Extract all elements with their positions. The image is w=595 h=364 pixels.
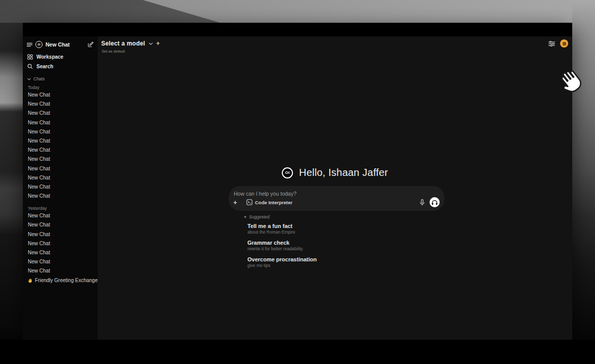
voice-call-button[interactable] xyxy=(430,197,440,207)
search-icon xyxy=(27,64,33,69)
chat-item[interactable]: New Chat xyxy=(23,211,98,220)
sidebar-title: New Chat xyxy=(46,41,84,48)
set-as-default-link[interactable]: Set as default xyxy=(102,49,125,54)
suggestion-subtitle: rewrite it for better readability xyxy=(247,246,379,252)
chat-item[interactable]: New Chat xyxy=(23,100,98,109)
chat-item[interactable]: New Chat xyxy=(23,192,98,201)
chat-item[interactable]: New Chat xyxy=(23,109,98,118)
chat-list: TodayNew ChatNew ChatNew ChatNew ChatNew… xyxy=(23,84,98,285)
app-window: OI New Chat Workspace Search xyxy=(23,23,572,340)
chat-item[interactable]: New Chat xyxy=(23,257,98,266)
model-selector-label: Select a model xyxy=(101,40,145,47)
app-logo: OI xyxy=(35,41,42,48)
suggested-header: ✦ Suggested xyxy=(243,214,270,219)
chat-item[interactable]: New Chat xyxy=(23,239,98,248)
sidebar-item-workspace[interactable]: Workspace xyxy=(23,53,98,61)
chats-section-toggle[interactable]: Chats xyxy=(23,76,98,82)
wallpaper-shape xyxy=(0,340,595,364)
suggestion-item[interactable]: Tell me a fun factabout the Roman Empire xyxy=(247,222,379,235)
suggestion-list: Tell me a fun factabout the Roman Empire… xyxy=(247,222,379,272)
greeting-text: Hello, Ishaan Jaffer xyxy=(299,167,388,178)
code-interpreter-icon xyxy=(246,199,252,205)
chevron-down-icon xyxy=(149,42,153,45)
chat-item[interactable]: New Chat xyxy=(23,155,98,164)
chat-item[interactable]: New Chat xyxy=(23,220,98,230)
suggestion-title: Grammar check xyxy=(247,239,379,246)
headphones-icon xyxy=(432,200,438,205)
chat-item[interactable]: New Chat xyxy=(23,136,98,146)
chats-header-label: Chats xyxy=(33,76,45,81)
attach-plus-button[interactable]: + xyxy=(233,199,242,206)
chevron-down-icon xyxy=(27,78,31,80)
wallpaper-shape xyxy=(572,0,595,364)
main-panel: Select a model + Set as default OI Hello… xyxy=(98,36,572,340)
window-top-bar xyxy=(23,23,572,36)
grid-icon xyxy=(27,54,33,60)
chat-section-label: Yesterday xyxy=(23,205,98,211)
suggestion-item[interactable]: Grammar checkrewrite it for better reada… xyxy=(247,239,379,252)
chat-item[interactable]: New Chat xyxy=(23,118,98,127)
user-avatar[interactable] xyxy=(560,39,568,48)
sparkle-icon: ✦ xyxy=(243,214,247,219)
chat-item-label: Friendly Greeting Exchange xyxy=(35,278,98,283)
sidebar-item-label: Search xyxy=(36,64,53,69)
controls-sliders-button[interactable] xyxy=(548,41,555,47)
sidebar-item-search[interactable]: Search xyxy=(23,62,98,70)
chat-item[interactable]: New Chat xyxy=(23,146,98,155)
microphone-icon[interactable] xyxy=(420,199,424,206)
chat-section-label: Today xyxy=(23,84,98,90)
chat-item[interactable]: New Chat xyxy=(23,248,98,257)
suggested-label-text: Suggested xyxy=(249,214,270,219)
chat-item-friendly-greeting[interactable]: Friendly Greeting Exchange xyxy=(23,276,98,285)
chat-item[interactable]: New Chat xyxy=(23,183,98,192)
wallpaper-shape xyxy=(0,23,23,364)
model-selector-button[interactable]: Select a model + xyxy=(101,40,160,47)
chat-item[interactable]: New Chat xyxy=(23,173,98,183)
hamburger-menu-icon[interactable] xyxy=(27,42,32,47)
new-chat-pencil-icon[interactable] xyxy=(88,41,94,48)
app-logo: OI xyxy=(282,167,293,178)
suggestion-title: Overcome procrastination xyxy=(247,256,379,263)
composer-placeholder: How can I help you today? xyxy=(234,191,439,197)
chat-item[interactable]: New Chat xyxy=(23,164,98,173)
chat-item[interactable]: New Chat xyxy=(23,127,98,136)
suggestion-title: Tell me a fun fact xyxy=(247,222,379,230)
chat-item[interactable]: New Chat xyxy=(23,266,98,276)
avatar-glyph xyxy=(563,42,566,46)
greeting-block: OI Hello, Ishaan Jaffer xyxy=(282,167,388,178)
desktop-wallpaper: OI New Chat Workspace Search xyxy=(0,0,595,364)
chat-item[interactable]: New Chat xyxy=(23,90,98,100)
suggestion-subtitle: give me tips xyxy=(247,263,379,268)
code-interpreter-toggle[interactable]: Code Interpreter xyxy=(246,199,292,205)
suggestion-subtitle: about the Roman Empire xyxy=(247,230,379,235)
waving-hand-emoji-icon xyxy=(28,278,33,283)
add-model-button[interactable]: + xyxy=(156,40,160,47)
code-interpreter-label: Code Interpreter xyxy=(255,200,292,205)
suggestion-item[interactable]: Overcome procrastinationgive me tips xyxy=(247,256,379,268)
message-composer[interactable]: How can I help you today? + Code Interpr… xyxy=(229,186,444,211)
chat-item[interactable]: New Chat xyxy=(23,230,98,239)
sidebar-item-label: Workspace xyxy=(36,54,63,60)
sidebar: OI New Chat Workspace Search xyxy=(23,36,98,340)
